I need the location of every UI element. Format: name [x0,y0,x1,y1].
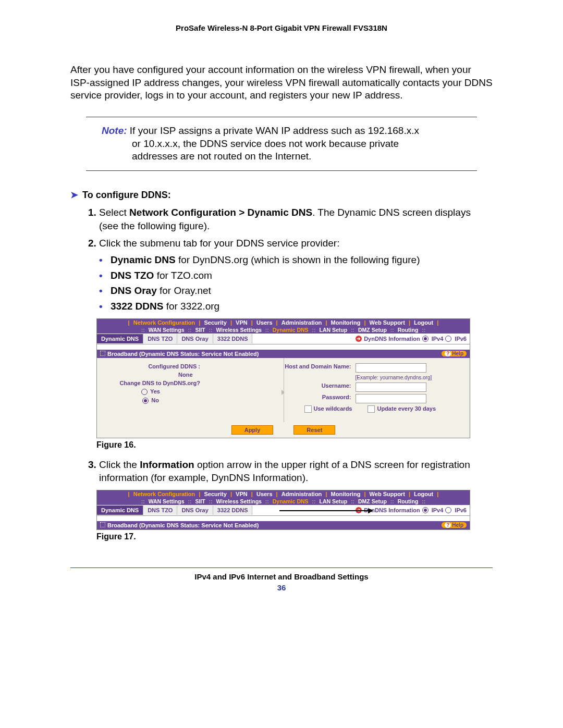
subnav2-lan[interactable]: LAN Setup [319,498,347,504]
section-heading: ➤To configure DDNS: [70,189,493,201]
ipv4-radio[interactable] [422,336,429,342]
yes-radio[interactable] [141,389,148,395]
nav2-users[interactable]: Users [256,491,273,497]
panel-header: Broadband (Dynamic DNS Status: Service N… [97,350,470,358]
panel-divider-icon [284,358,284,422]
host-domain-label: Host and Domain Name: [284,363,356,373]
nav2-network-config[interactable]: Network Configuration [133,491,195,497]
subnav2-routing[interactable]: Routing [398,498,419,504]
nav2-vpn[interactable]: VPN [236,491,248,497]
subnav-dmz[interactable]: DMZ Setup [358,327,387,333]
figure-16: | Network Configuration | Security | VPN… [96,318,493,438]
update30-checkbox[interactable] [368,405,375,413]
subnav-ddns[interactable]: Dynamic DNS [273,327,309,333]
ipv6-radio[interactable] [445,336,451,342]
step-1-pre: Select [99,207,129,218]
panel-title-2: Broadband (Dynamic DNS Status: Service N… [107,522,259,528]
nav2-web-support[interactable]: Web Support [370,491,405,497]
ipv6-label-2: IPv6 [455,507,467,513]
bullet-1-text: for DynDNS.org (which is shown in the fo… [176,254,420,265]
note-line3: addresses are not routed on the Internet… [86,150,477,163]
nav-security[interactable]: Security [204,319,226,326]
host-domain-example: [Example: yourname.dyndns.org] [356,375,432,380]
nav-logout[interactable]: Logout [414,319,433,326]
subnav-lan[interactable]: LAN Setup [319,327,347,333]
step-2-text: Click the submenu tab for your DDNS serv… [99,238,339,249]
tab-3322-ddns[interactable]: 3322 DDNS [213,334,253,343]
info-arrow-icon[interactable]: ➔ [356,336,362,342]
subnav2-ddns[interactable]: Dynamic DNS [273,498,309,504]
intro-paragraph: After you have configured your account i… [70,64,493,102]
bullet-1-bold: Dynamic DNS [111,254,176,265]
nav2-security[interactable]: Security [204,491,226,497]
panel-header-2: Broadband (Dynamic DNS Status: Service N… [97,521,470,529]
panel-icon-2 [100,522,105,527]
bullet-4: 3322 DDNS for 3322.org [111,300,493,313]
document-header: ProSafe Wireless-N 8-Port Gigabit VPN Fi… [70,23,493,32]
ipv4-radio-2[interactable] [422,507,429,513]
tab2-dns-tzo[interactable]: DNS TZO [143,505,177,515]
nav2-monitoring[interactable]: Monitoring [331,491,361,497]
tab2-dynamic-dns[interactable]: Dynamic DNS [97,505,143,515]
subnav2-dmz[interactable]: DMZ Setup [358,498,387,504]
no-label: No [151,397,159,403]
subnav2-wan[interactable]: WAN Settings [149,498,185,504]
footer-chapter: IPv4 and IPv6 Internet and Broadband Set… [70,572,493,581]
note-line1: If your ISP assigns a private WAN IP add… [130,125,419,136]
top-nav-2: | Network Configuration | Security | VPN… [97,490,470,498]
ipv6-radio-2[interactable] [445,507,451,513]
step-1-path: Network Configuration > Dynamic DNS [129,207,312,218]
configured-ddns-value: None [178,372,193,378]
footer-page-number: 36 [70,583,493,592]
host-domain-input[interactable] [356,363,426,373]
yes-label: Yes [150,388,160,394]
username-input[interactable] [356,382,426,392]
nav-admin[interactable]: Administration [282,319,322,326]
no-radio[interactable] [142,398,149,404]
password-input[interactable] [356,394,426,403]
reset-button[interactable]: Reset [293,425,335,435]
subnav-routing[interactable]: Routing [398,327,419,333]
footer-rule [70,567,493,568]
bullet-4-text: for 3322.org [163,301,219,312]
subnav-wireless[interactable]: Wireless Settings [216,327,261,333]
nav-vpn[interactable]: VPN [236,319,248,326]
tab2-dns-oray[interactable]: DNS Oray [177,505,213,515]
help-button[interactable]: ?Help [442,351,467,356]
bullet-4-bold: 3322 DDNS [111,301,163,312]
wildcards-checkbox[interactable] [304,405,312,413]
ipv6-label: IPv6 [455,336,467,342]
nav-network-config[interactable]: Network Configuration [133,319,195,326]
nav2-admin[interactable]: Administration [282,491,322,497]
sub-nav-2: :: WAN Settings :: SIIT :: Wireless Sett… [97,498,470,505]
tab-dns-oray[interactable]: DNS Oray [177,334,213,343]
username-label: Username: [284,382,356,392]
panel-icon [100,351,105,356]
bullet-1: Dynamic DNS for DynDNS.org (which is sho… [111,253,493,267]
tab2-3322-ddns[interactable]: 3322 DDNS [213,505,253,515]
subnav-siit[interactable]: SIIT [195,327,205,333]
nav2-logout[interactable]: Logout [414,491,433,497]
apply-button[interactable]: Apply [231,425,274,435]
note-line2: or 10.x.x.x, the DDNS service does not w… [86,138,477,151]
tab-dynamic-dns[interactable]: Dynamic DNS [97,334,143,343]
help-button-2[interactable]: ?Help [442,522,467,528]
step-3: Click the Information option arrow in th… [99,458,493,485]
update30-label: Update every 30 days [377,405,436,413]
step-1: Select Network Configuration > Dynamic D… [99,206,493,232]
subnav-wan[interactable]: WAN Settings [149,327,185,333]
subnav2-siit[interactable]: SIIT [195,498,205,504]
nav-users[interactable]: Users [256,319,273,326]
top-nav: | Network Configuration | Security | VPN… [97,319,470,326]
step-2: Click the submenu tab for your DDNS serv… [99,237,493,313]
sub-nav: :: WAN Settings :: SIIT :: Wireless Sett… [97,326,470,334]
bullet-3: DNS Oray for Oray.net [111,284,493,298]
ipv4-label-2: IPv4 [432,507,444,513]
subnav2-wireless[interactable]: Wireless Settings [216,498,261,504]
figure-16-caption: Figure 16. [96,440,493,450]
info-link[interactable]: DynDNS Information [364,336,420,342]
nav-web-support[interactable]: Web Support [370,319,405,326]
tab-dns-tzo[interactable]: DNS TZO [143,334,177,343]
nav-monitoring[interactable]: Monitoring [331,319,361,326]
panel-body: Configured DDNS : None Change DNS to Dyn… [97,358,470,422]
